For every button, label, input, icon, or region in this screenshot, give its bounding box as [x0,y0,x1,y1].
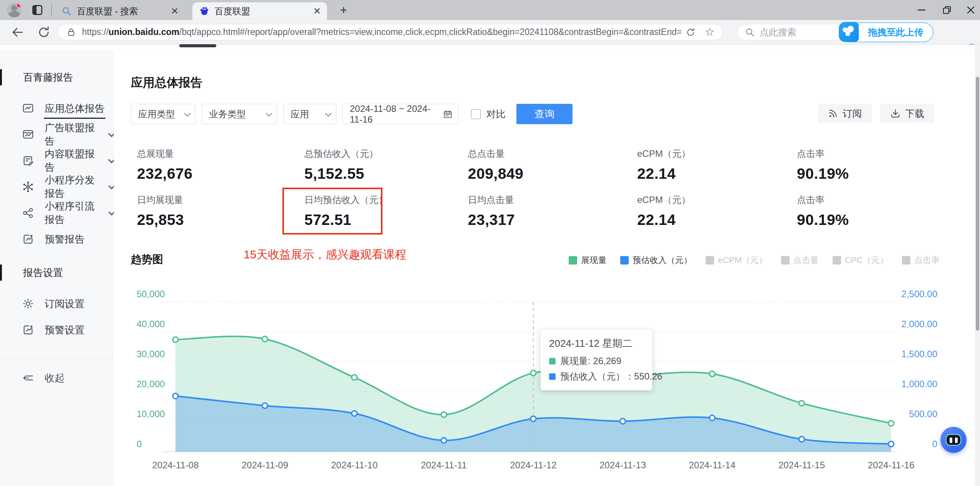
query-button[interactable]: 查询 [516,104,573,124]
tab-title: 百度联盟 [215,5,250,17]
tab-close-icon[interactable]: ✕ [171,6,179,17]
svg-text:2024-11-13: 2024-11-13 [599,460,646,470]
tooltip-income-row: 预估收入（元）：550.26 [549,370,643,383]
address-bar[interactable]: https://union.baidu.com/bqt/appco.html#/… [58,24,723,40]
sidebar-item-alert-report[interactable]: 预警报告 [0,226,113,252]
stat-total-income: 总预估收入（元）5,152.55 [298,142,462,188]
svg-text:30,000: 30,000 [137,349,165,359]
svg-text:2024-11-16: 2024-11-16 [868,460,915,470]
legend-ctr[interactable]: 点击率 [902,255,940,266]
profile-avatar[interactable] [7,3,22,17]
stat-daily-clicks: 日均点击量23,317 [462,188,631,235]
browser-toolbar: https://union.baidu.com/bqt/appco.html#/… [0,20,980,45]
sidebar-item-content-union-report[interactable]: 内容联盟报告 [0,148,113,174]
page-content: 百青藤报告 应用总体报告 广告联盟报告 内容联盟报告 小程序分发报告 小程序引流… [0,51,980,486]
svg-text:2024-11-15: 2024-11-15 [778,460,825,470]
svg-text:2024-11-14: 2024-11-14 [689,460,736,470]
tooltip-impressions-row: 展现量: 26,269 [549,355,643,367]
stat-daily-impressions: 日均展现量25,853 [131,188,298,235]
search-icon [745,27,755,37]
tab-baidu-union[interactable]: 百度联盟 ✕ [192,2,327,20]
lock-icon [67,28,76,37]
netdisk-upload-label: 拖拽至此上传 [868,26,923,38]
download-button[interactable]: 下载 [880,104,934,123]
sidebar-collapse-button[interactable]: 收起 [0,365,113,391]
highlight-red-box [282,188,382,235]
avatar-body-icon [8,11,20,17]
svg-text:0: 0 [137,439,142,449]
app-type-select[interactable]: 应用类型 [131,104,195,124]
legend-ecpm[interactable]: eCPM（元） [706,255,767,266]
biz-type-select[interactable]: 业务类型 [202,104,277,124]
main-panel: 应用总体报告 应用类型 业务类型 应用 2024-11-08 ~ 2024-11… [114,51,975,486]
svg-text:2024-11-11: 2024-11-11 [421,460,467,470]
robot-face-icon [946,434,961,446]
restore-button[interactable] [935,0,959,20]
sidebar-item-miniapp-distribution-report[interactable]: 小程序分发报告 [0,174,113,200]
stat-total-impressions: 总展现量232,676 [131,142,298,188]
legend-income[interactable]: 预估收入（元） [620,255,692,266]
assistant-robot-button[interactable] [940,427,967,453]
trend-chart-svg: 50,0002,500.0040,0002,000.0030,0001,500.… [131,285,940,479]
legend-swatch [902,256,910,265]
search-favicon-icon [62,6,72,16]
window-scrollbar[interactable] [975,45,980,486]
baidu-favicon-icon [199,6,209,16]
page-refresh-icon[interactable] [686,27,696,37]
sidebar-item-app-overall-report[interactable]: 应用总体报告 [0,95,113,122]
gear-icon [22,298,34,310]
tab-baidu-search[interactable]: 百度联盟 - 搜索 ✕ [55,2,185,20]
sidebar-item-alert-settings[interactable]: 预警设置 [0,317,113,343]
scrollbar-thumb[interactable] [976,77,979,331]
svg-text:2024-11-10: 2024-11-10 [331,460,378,470]
page-title: 应用总体报告 [131,75,202,91]
legend-clicks[interactable]: 点击量 [781,255,819,266]
sidebar-item-miniapp-traffic-report[interactable]: 小程序引流报告 [0,200,113,226]
chevron-down-icon [325,110,332,117]
subscribe-button[interactable]: 订阅 [818,104,872,123]
minimize-button[interactable] [910,0,933,20]
sidebar-section-settings: 报告设置 [0,264,113,281]
netdisk-icon [839,22,859,42]
favorite-star-icon[interactable]: ☆ [705,26,715,38]
trend-chart[interactable]: 50,0002,500.0040,0002,000.0030,0001,500.… [131,285,940,479]
app-select[interactable]: 应用 [283,104,336,124]
legend-cpc[interactable]: CPC（元） [833,255,888,266]
date-range-picker[interactable]: 2024-11-08 ~ 2024-11-16 [342,104,459,124]
new-tab-button[interactable]: + [336,3,352,18]
collapse-icon [22,372,34,384]
download-icon [890,108,900,118]
alert-report-icon [22,233,34,245]
ad-report-icon [22,129,34,140]
sidebar-item-subscription-settings[interactable]: 订阅设置 [0,291,113,317]
close-button[interactable] [959,0,980,20]
stat-daily-ctr: 点击率90.19% [791,188,940,235]
back-icon[interactable] [11,25,25,39]
svg-text:2,000.00: 2,000.00 [902,319,937,329]
alert-settings-icon [22,324,34,336]
legend-swatch [833,256,841,265]
svg-text:500.00: 500.00 [909,409,937,419]
stat-daily-ecpm: eCPM（元）22.14 [631,188,791,235]
legend-swatch [781,256,790,265]
sidebar-item-ad-union-report[interactable]: 广告联盟报告 [0,122,113,148]
favorites-strip [0,45,980,51]
legend-impressions[interactable]: 展现量 [569,255,606,266]
svg-text:50,000: 50,000 [137,289,165,299]
compare-checkbox[interactable] [471,109,481,119]
netdisk-upload-badge[interactable]: 拖拽至此上传 [839,22,933,42]
filter-bar: 应用类型 业务类型 应用 2024-11-08 ~ 2024-11-16 对比 … [131,104,573,124]
stats-grid: 总展现量232,676 总预估收入（元）5,152.55 总点击量209,849… [131,142,940,235]
svg-text:2024-11-09: 2024-11-09 [242,460,288,470]
tab-close-icon[interactable]: ✕ [313,6,321,17]
search-placeholder: 点此搜索 [760,26,796,38]
reload-icon[interactable] [37,25,51,39]
svg-text:10,000: 10,000 [137,409,165,419]
annotation-text: 15天收益展示，感兴趣观看课程 [244,247,406,263]
compare-label: 对比 [486,108,506,120]
tab-title: 百度联盟 - 搜索 [77,5,138,17]
workspaces-icon[interactable] [32,5,42,15]
svg-text:2024-11-08: 2024-11-08 [152,460,199,470]
chevron-down-icon [266,110,272,117]
stat-total-clicks: 总点击量209,849 [462,142,631,188]
